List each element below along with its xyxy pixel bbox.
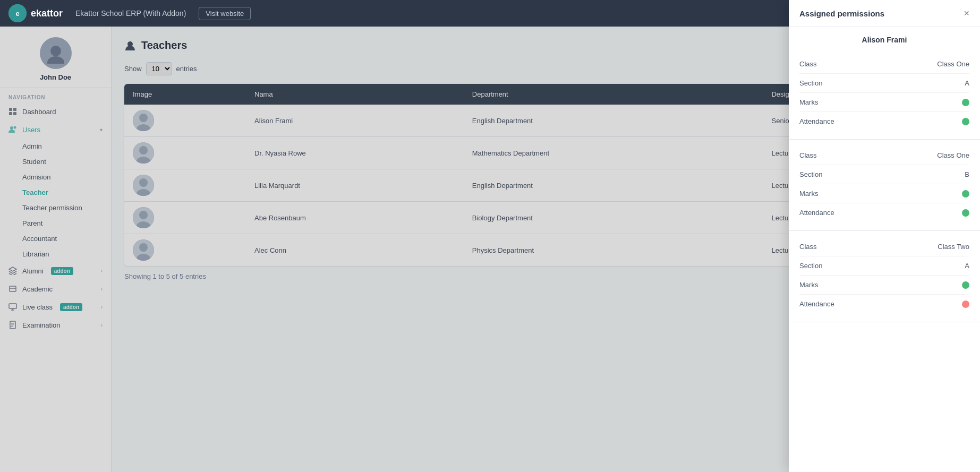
cell-image (124, 137, 246, 169)
svg-point-8 (10, 126, 13, 130)
permission-value: Class Two (938, 243, 969, 251)
svg-point-21 (139, 178, 148, 187)
cell-name: Alison Frami (246, 105, 464, 137)
entries-label: entries (176, 65, 197, 73)
svg-rect-7 (13, 112, 16, 115)
sidebar-sub-parent[interactable]: Parent (0, 216, 111, 231)
visit-website-button[interactable]: Visit website (199, 7, 251, 20)
teacher-avatar (133, 239, 154, 261)
sidebar-item-alumni[interactable]: Alumni addon › (0, 262, 111, 280)
permission-label: Marks (799, 98, 962, 106)
permission-dot-green (962, 281, 969, 289)
svg-point-24 (139, 211, 148, 219)
chevron-right-icon: › (101, 322, 103, 328)
sidebar-sub-admin[interactable]: Admin (0, 139, 111, 154)
svg-point-23 (133, 207, 154, 228)
permission-label: Marks (799, 190, 962, 198)
permission-dot-green (962, 99, 969, 106)
permission-row: Section B (799, 165, 969, 184)
cell-name: Abe Rosenbaum (246, 202, 464, 234)
teacher-avatar (133, 207, 154, 228)
cell-name: Lilla Marquardt (246, 169, 464, 202)
sidebar-item-academic[interactable]: Academic › (0, 280, 111, 298)
cell-image (124, 105, 246, 137)
users-icon (8, 125, 17, 134)
teacher-avatar (133, 142, 154, 164)
sidebar-sub-teacher-permission[interactable]: Teacher permission (0, 200, 111, 216)
permission-row: Marks (799, 93, 969, 112)
dashboard-icon (8, 107, 17, 116)
permission-row: Section A (799, 256, 969, 276)
academic-icon (8, 285, 17, 293)
cell-image (124, 234, 246, 267)
sidebar-sub-admision[interactable]: Admision (0, 169, 111, 185)
sidebar-item-label: Live class (22, 303, 53, 311)
col-department: Department (464, 84, 763, 105)
permission-value: Class One (937, 60, 969, 68)
sidebar-item-dashboard[interactable]: Dashboard (0, 102, 111, 121)
sidebar-profile: John Doe (0, 27, 111, 88)
svg-point-25 (137, 221, 150, 228)
cell-image (124, 202, 246, 234)
sidebar-sub-accountant[interactable]: Accountant (0, 231, 111, 246)
liveclass-badge: addon (60, 303, 82, 311)
cell-image (124, 169, 246, 202)
svg-point-27 (139, 243, 148, 252)
permission-dot-green (962, 118, 969, 125)
svg-rect-11 (9, 304, 16, 308)
chevron-down-icon: ▾ (100, 127, 103, 133)
permission-label: Attendance (799, 209, 962, 217)
sidebar-item-label: Dashboard (22, 108, 56, 116)
alumni-badge: addon (51, 267, 73, 275)
permission-dot-green (962, 209, 969, 217)
panel-title: Assigned permissions (799, 9, 884, 18)
svg-point-9 (14, 126, 16, 129)
close-panel-button[interactable]: × (964, 8, 969, 18)
exam-icon (8, 321, 17, 329)
col-name: Nama (246, 84, 464, 105)
logo-area: e ekattor (8, 4, 63, 22)
cell-department: Physics Department (464, 234, 763, 267)
sidebar-sub-librarian[interactable]: Librarian (0, 246, 111, 262)
sidebar-item-users[interactable]: Users ▾ (0, 121, 111, 139)
permission-label: Class (799, 60, 937, 68)
svg-rect-4 (9, 108, 12, 111)
permissions-panel: Assigned permissions × Alison Frami Clas… (789, 0, 980, 472)
svg-rect-12 (10, 321, 15, 329)
sidebar-item-label: Users (22, 126, 40, 134)
permission-group-1: Class Class One Section A Marks Attendan… (789, 48, 980, 140)
permission-label: Attendance (799, 117, 962, 125)
permission-row: Marks (799, 276, 969, 295)
sidebar-item-examination[interactable]: Examination › (0, 316, 111, 334)
svg-point-17 (133, 142, 154, 164)
svg-point-19 (137, 157, 150, 164)
permission-label: Section (799, 262, 965, 270)
svg-point-16 (137, 124, 150, 131)
app-title: Ekattor School ERP (With Addon) (75, 9, 186, 18)
permission-row: Class Class One (799, 146, 969, 165)
permission-label: Class (799, 151, 937, 159)
logo-text: ekattor (31, 8, 63, 19)
entries-select[interactable]: 10 25 50 (146, 62, 172, 75)
sidebar-item-label: Examination (22, 321, 61, 329)
svg-rect-6 (9, 112, 12, 115)
avatar (40, 37, 72, 69)
sidebar-sub-student[interactable]: Student (0, 154, 111, 169)
svg-point-13 (127, 41, 133, 47)
permission-label: Section (799, 79, 965, 87)
sidebar: John Doe NAVIGATION Dashboard Users ▾ Ad… (0, 27, 112, 472)
permission-groups: Class Class One Section A Marks Attendan… (789, 48, 980, 322)
sidebar-sub-teacher[interactable]: Teacher (0, 185, 111, 200)
permission-label: Attendance (799, 300, 962, 308)
svg-text:e: e (15, 10, 19, 18)
teacher-avatar (133, 110, 154, 131)
permission-value: A (965, 79, 969, 87)
permission-dot-green (962, 190, 969, 198)
permission-group-2: Class Class One Section B Marks Attendan… (789, 140, 980, 231)
cell-name: Alec Conn (246, 234, 464, 267)
sidebar-item-label: Academic (22, 285, 53, 293)
svg-point-3 (47, 56, 64, 64)
permission-row: Attendance (799, 295, 969, 313)
sidebar-item-liveclass[interactable]: Live class addon › (0, 298, 111, 316)
svg-point-18 (139, 146, 148, 155)
